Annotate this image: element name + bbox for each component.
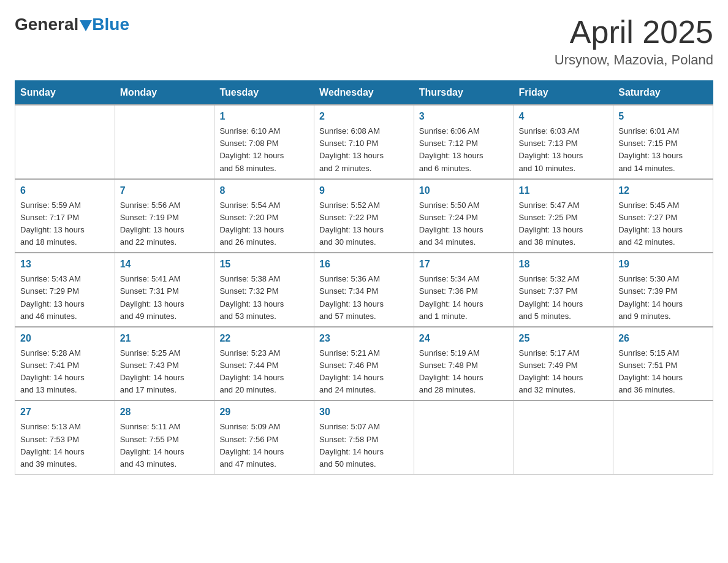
day-info: Sunrise: 5:56 AM Sunset: 7:19 PM Dayligh… <box>120 199 210 249</box>
weekday-header-monday: Monday <box>115 81 214 105</box>
day-info: Sunrise: 5:19 AM Sunset: 7:48 PM Dayligh… <box>419 347 509 397</box>
day-number: 5 <box>618 109 708 124</box>
day-info: Sunrise: 5:28 AM Sunset: 7:41 PM Dayligh… <box>20 347 110 397</box>
calendar-cell <box>414 400 514 474</box>
weekday-header-friday: Friday <box>514 81 613 105</box>
day-number: 29 <box>219 405 309 419</box>
logo-blue-part: Blue <box>78 15 129 34</box>
month-title: April 2025 <box>555 15 713 50</box>
day-info: Sunrise: 5:34 AM Sunset: 7:36 PM Dayligh… <box>419 273 509 323</box>
logo-text: General Blue <box>15 15 129 34</box>
calendar-table: SundayMondayTuesdayWednesdayThursdayFrid… <box>15 80 713 475</box>
calendar-week-row: 1Sunrise: 6:10 AM Sunset: 7:08 PM Daylig… <box>15 105 713 179</box>
calendar-cell: 15Sunrise: 5:38 AM Sunset: 7:32 PM Dayli… <box>214 253 314 327</box>
day-number: 27 <box>20 405 110 419</box>
logo-triangle-icon <box>80 20 92 31</box>
logo: General Blue <box>15 15 129 34</box>
day-number: 26 <box>618 331 708 346</box>
calendar-cell: 2Sunrise: 6:08 AM Sunset: 7:10 PM Daylig… <box>314 105 414 179</box>
day-number: 12 <box>618 183 708 198</box>
calendar-cell <box>514 400 613 474</box>
page-header: General Blue April 2025 Ursynow, Mazovia… <box>15 15 713 68</box>
calendar-cell: 29Sunrise: 5:09 AM Sunset: 7:56 PM Dayli… <box>214 400 314 474</box>
day-number: 3 <box>419 109 509 124</box>
day-info: Sunrise: 5:23 AM Sunset: 7:44 PM Dayligh… <box>219 347 309 397</box>
day-number: 30 <box>319 405 409 419</box>
day-number: 21 <box>120 331 210 346</box>
day-info: Sunrise: 5:52 AM Sunset: 7:22 PM Dayligh… <box>319 199 409 249</box>
weekday-header-saturday: Saturday <box>613 81 713 105</box>
weekday-header-wednesday: Wednesday <box>314 81 414 105</box>
calendar-cell: 7Sunrise: 5:56 AM Sunset: 7:19 PM Daylig… <box>115 179 214 253</box>
day-info: Sunrise: 5:54 AM Sunset: 7:20 PM Dayligh… <box>219 199 309 249</box>
calendar-cell: 24Sunrise: 5:19 AM Sunset: 7:48 PM Dayli… <box>414 327 514 401</box>
calendar-cell: 11Sunrise: 5:47 AM Sunset: 7:25 PM Dayli… <box>514 179 613 253</box>
calendar-cell: 14Sunrise: 5:41 AM Sunset: 7:31 PM Dayli… <box>115 253 214 327</box>
day-number: 13 <box>20 257 110 272</box>
calendar-cell: 23Sunrise: 5:21 AM Sunset: 7:46 PM Dayli… <box>314 327 414 401</box>
day-info: Sunrise: 6:06 AM Sunset: 7:12 PM Dayligh… <box>419 125 509 175</box>
day-info: Sunrise: 5:07 AM Sunset: 7:58 PM Dayligh… <box>319 421 409 470</box>
day-number: 9 <box>319 183 409 198</box>
day-number: 19 <box>618 257 708 272</box>
calendar-cell: 12Sunrise: 5:45 AM Sunset: 7:27 PM Dayli… <box>613 179 713 253</box>
day-number: 28 <box>120 405 210 419</box>
day-number: 23 <box>319 331 409 346</box>
day-info: Sunrise: 5:09 AM Sunset: 7:56 PM Dayligh… <box>219 421 309 470</box>
day-number: 2 <box>319 109 409 124</box>
day-info: Sunrise: 6:08 AM Sunset: 7:10 PM Dayligh… <box>319 125 409 175</box>
logo-general: General <box>15 15 78 34</box>
calendar-cell: 16Sunrise: 5:36 AM Sunset: 7:34 PM Dayli… <box>314 253 414 327</box>
calendar-cell <box>613 400 713 474</box>
day-number: 6 <box>20 183 110 198</box>
day-info: Sunrise: 6:01 AM Sunset: 7:15 PM Dayligh… <box>618 125 708 175</box>
day-info: Sunrise: 5:45 AM Sunset: 7:27 PM Dayligh… <box>618 199 708 249</box>
calendar-cell: 1Sunrise: 6:10 AM Sunset: 7:08 PM Daylig… <box>214 105 314 179</box>
day-number: 17 <box>419 257 509 272</box>
day-number: 4 <box>519 109 609 124</box>
day-number: 14 <box>120 257 210 272</box>
calendar-cell: 21Sunrise: 5:25 AM Sunset: 7:43 PM Dayli… <box>115 327 214 401</box>
calendar-cell: 30Sunrise: 5:07 AM Sunset: 7:58 PM Dayli… <box>314 400 414 474</box>
day-number: 11 <box>519 183 609 198</box>
calendar-week-row: 20Sunrise: 5:28 AM Sunset: 7:41 PM Dayli… <box>15 327 713 401</box>
day-number: 25 <box>519 331 609 346</box>
calendar-cell: 19Sunrise: 5:30 AM Sunset: 7:39 PM Dayli… <box>613 253 713 327</box>
day-info: Sunrise: 6:03 AM Sunset: 7:13 PM Dayligh… <box>519 125 609 175</box>
calendar-header: SundayMondayTuesdayWednesdayThursdayFrid… <box>15 81 713 105</box>
calendar-cell: 13Sunrise: 5:43 AM Sunset: 7:29 PM Dayli… <box>15 253 115 327</box>
location: Ursynow, Mazovia, Poland <box>555 52 713 68</box>
day-info: Sunrise: 5:21 AM Sunset: 7:46 PM Dayligh… <box>319 347 409 397</box>
weekday-header-row: SundayMondayTuesdayWednesdayThursdayFrid… <box>15 81 713 105</box>
weekday-header-thursday: Thursday <box>414 81 514 105</box>
title-section: April 2025 Ursynow, Mazovia, Poland <box>555 15 713 68</box>
day-number: 7 <box>120 183 210 198</box>
day-number: 22 <box>219 331 309 346</box>
day-info: Sunrise: 5:36 AM Sunset: 7:34 PM Dayligh… <box>319 273 409 323</box>
day-number: 8 <box>219 183 309 198</box>
calendar-cell: 9Sunrise: 5:52 AM Sunset: 7:22 PM Daylig… <box>314 179 414 253</box>
day-number: 18 <box>519 257 609 272</box>
calendar-cell: 17Sunrise: 5:34 AM Sunset: 7:36 PM Dayli… <box>414 253 514 327</box>
day-info: Sunrise: 5:41 AM Sunset: 7:31 PM Dayligh… <box>120 273 210 323</box>
calendar-cell: 10Sunrise: 5:50 AM Sunset: 7:24 PM Dayli… <box>414 179 514 253</box>
weekday-header-sunday: Sunday <box>15 81 115 105</box>
day-info: Sunrise: 6:10 AM Sunset: 7:08 PM Dayligh… <box>219 125 309 175</box>
calendar-week-row: 6Sunrise: 5:59 AM Sunset: 7:17 PM Daylig… <box>15 179 713 253</box>
day-info: Sunrise: 5:43 AM Sunset: 7:29 PM Dayligh… <box>20 273 110 323</box>
calendar-week-row: 27Sunrise: 5:13 AM Sunset: 7:53 PM Dayli… <box>15 400 713 474</box>
calendar-cell: 22Sunrise: 5:23 AM Sunset: 7:44 PM Dayli… <box>214 327 314 401</box>
calendar-cell: 6Sunrise: 5:59 AM Sunset: 7:17 PM Daylig… <box>15 179 115 253</box>
day-info: Sunrise: 5:38 AM Sunset: 7:32 PM Dayligh… <box>219 273 309 323</box>
calendar-cell: 8Sunrise: 5:54 AM Sunset: 7:20 PM Daylig… <box>214 179 314 253</box>
calendar-cell: 20Sunrise: 5:28 AM Sunset: 7:41 PM Dayli… <box>15 327 115 401</box>
day-info: Sunrise: 5:11 AM Sunset: 7:55 PM Dayligh… <box>120 421 210 470</box>
logo-blue-text: Blue <box>92 15 129 34</box>
calendar-cell: 26Sunrise: 5:15 AM Sunset: 7:51 PM Dayli… <box>613 327 713 401</box>
weekday-header-tuesday: Tuesday <box>214 81 314 105</box>
day-info: Sunrise: 5:47 AM Sunset: 7:25 PM Dayligh… <box>519 199 609 249</box>
day-info: Sunrise: 5:30 AM Sunset: 7:39 PM Dayligh… <box>618 273 708 323</box>
day-info: Sunrise: 5:13 AM Sunset: 7:53 PM Dayligh… <box>20 421 110 470</box>
calendar-cell <box>115 105 214 179</box>
calendar-cell: 27Sunrise: 5:13 AM Sunset: 7:53 PM Dayli… <box>15 400 115 474</box>
